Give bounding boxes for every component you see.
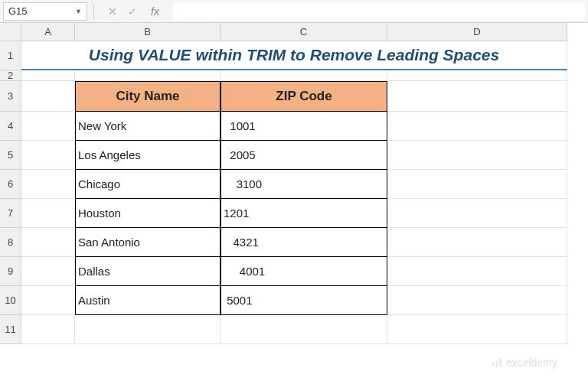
column-header-B[interactable]: B: [75, 23, 220, 41]
cell[interactable]: [220, 70, 387, 81]
formula-bar: G15 ▼ ✕ ✓ fx: [0, 0, 588, 23]
row-header-1[interactable]: 1: [0, 41, 21, 70]
select-all-corner[interactable]: [0, 23, 21, 41]
cell[interactable]: [387, 199, 567, 228]
table-cell-city[interactable]: Chicago: [75, 170, 220, 199]
cell[interactable]: [387, 228, 567, 257]
row-header-9[interactable]: 9: [0, 257, 21, 286]
cell[interactable]: [220, 315, 387, 344]
watermark-text: exceldemy: [506, 356, 557, 369]
divider: [93, 4, 94, 19]
cells-area[interactable]: Using VALUE within TRIM to Remove Leadin…: [21, 41, 588, 384]
page-title[interactable]: Using VALUE within TRIM to Remove Leadin…: [21, 41, 567, 70]
row-header-2[interactable]: 2: [0, 70, 21, 81]
chart-icon: [491, 356, 503, 369]
table-cell-zip[interactable]: 1001: [220, 112, 387, 141]
row-header-3[interactable]: 3: [0, 81, 21, 112]
row-headers: 1234567891011: [0, 41, 21, 344]
cell[interactable]: [387, 315, 567, 344]
cell[interactable]: [387, 81, 567, 112]
formula-input[interactable]: [173, 2, 585, 21]
row-header-10[interactable]: 10: [0, 286, 21, 315]
cell[interactable]: [75, 70, 220, 81]
table-cell-zip[interactable]: 4001: [220, 257, 387, 286]
fx-icon[interactable]: fx: [151, 5, 159, 18]
table-cell-city[interactable]: Houston: [75, 199, 220, 228]
row-header-11[interactable]: 11: [0, 315, 21, 344]
svg-rect-1: [496, 360, 498, 366]
watermark: exceldemy: [491, 356, 557, 369]
column-header-C[interactable]: C: [220, 23, 387, 41]
cell[interactable]: [21, 112, 75, 141]
column-headers: ABCD: [21, 23, 588, 41]
cell[interactable]: [387, 70, 567, 81]
name-box-value: G15: [8, 5, 28, 17]
spreadsheet-grid: 1234567891011 ABCD Using VALUE within TR…: [0, 23, 588, 384]
row-header-6[interactable]: 6: [0, 170, 21, 199]
column-header-D[interactable]: D: [387, 23, 567, 41]
cell[interactable]: [21, 199, 75, 228]
table-cell-zip[interactable]: 4321: [220, 228, 387, 257]
cell[interactable]: [21, 286, 75, 315]
cell[interactable]: [75, 315, 220, 344]
cell[interactable]: [21, 228, 75, 257]
table-cell-city[interactable]: Dallas: [75, 257, 220, 286]
table-cell-zip[interactable]: 1201: [220, 199, 387, 228]
table-cell-zip[interactable]: 5001: [220, 286, 387, 315]
table-cell-zip[interactable]: 2005: [220, 141, 387, 170]
enter-icon[interactable]: ✓: [128, 5, 137, 18]
svg-rect-0: [492, 363, 495, 366]
table-cell-city[interactable]: Los Angeles: [75, 141, 220, 170]
table-cell-zip[interactable]: 3100: [220, 170, 387, 199]
table-cell-city[interactable]: Austin: [75, 286, 220, 315]
row-header-8[interactable]: 8: [0, 228, 21, 257]
cell[interactable]: [387, 170, 567, 199]
row-header-7[interactable]: 7: [0, 199, 21, 228]
cell[interactable]: [21, 315, 75, 344]
formula-bar-icons: ✕ ✓ fx: [100, 5, 167, 18]
cell[interactable]: [387, 112, 567, 141]
cell[interactable]: [21, 257, 75, 286]
cell[interactable]: [387, 286, 567, 315]
cell[interactable]: [21, 170, 75, 199]
svg-rect-2: [499, 359, 501, 367]
cell[interactable]: [387, 257, 567, 286]
chevron-down-icon[interactable]: ▼: [75, 8, 82, 15]
cell[interactable]: [21, 70, 75, 81]
row-header-5[interactable]: 5: [0, 141, 21, 170]
table-header-zip[interactable]: ZIP Code: [220, 81, 387, 112]
table-header-city[interactable]: City Name: [75, 81, 220, 112]
cell[interactable]: [387, 141, 567, 170]
column-header-A[interactable]: A: [21, 23, 75, 41]
name-box[interactable]: G15 ▼: [3, 2, 87, 21]
cell[interactable]: [21, 81, 75, 112]
table-cell-city[interactable]: San Antonio: [75, 228, 220, 257]
table-cell-city[interactable]: New York: [75, 112, 220, 141]
cancel-icon[interactable]: ✕: [108, 5, 117, 18]
cell[interactable]: [21, 141, 75, 170]
row-header-4[interactable]: 4: [0, 112, 21, 141]
